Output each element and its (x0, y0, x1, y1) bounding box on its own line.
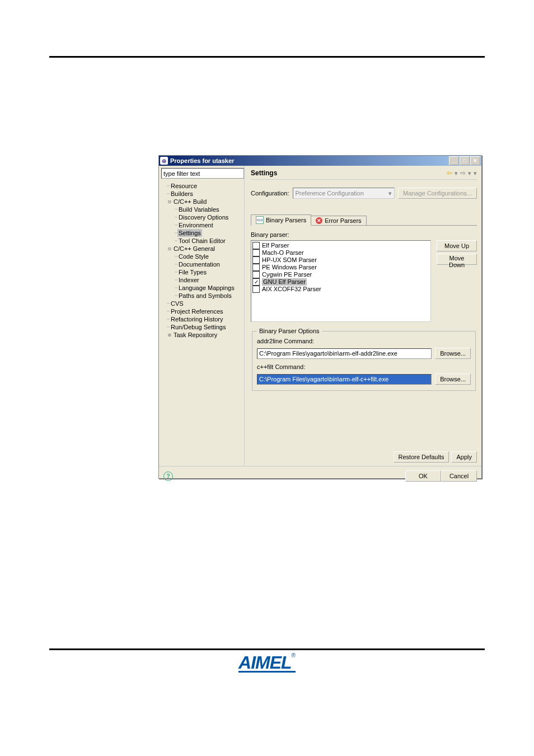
parser-item[interactable]: HP-UX SOM Parser (252, 256, 429, 264)
tree-item-toolchain[interactable]: ┄Tool Chain Editor (161, 237, 244, 245)
nav-tree[interactable]: ┄Resource ┄Builders ⊟C/C++ Build ┄Build … (161, 182, 244, 339)
nav-back-dropdown[interactable]: ▾ (455, 170, 458, 177)
parser-item[interactable]: GNU Elf Parser (252, 278, 429, 286)
tree-item-filetypes[interactable]: ┄File Types (161, 268, 244, 276)
parser-item[interactable]: AIX XCOFF32 Parser (252, 286, 429, 293)
manage-configurations-button: Manage Configurations... (398, 188, 477, 199)
tree-item-settings[interactable]: ┄Settings (161, 229, 244, 237)
tree-item-refactor[interactable]: ┄Refactoring History (161, 315, 244, 323)
tree-item-projref[interactable]: ┄Project References (161, 307, 244, 315)
content-pane: Settings ⇦▾ ⇨▾ ▾ Configuration: Preferen… (246, 166, 481, 466)
close-button[interactable]: ✕ (470, 156, 480, 165)
nav-forward-icon[interactable]: ⇨ (460, 169, 466, 177)
binary-parser-label: Binary parser: (251, 231, 477, 238)
parser-list[interactable]: Elf Parser Mach-O Parser HP-UX SOM Parse… (251, 240, 431, 322)
tree-item-ccgeneral[interactable]: ⊟C/C++ General (161, 245, 244, 253)
parser-options-legend: Binary Parser Options (257, 328, 322, 334)
addr2line-label: addr2line Command: (257, 338, 471, 344)
page-title: Settings (251, 169, 447, 177)
checkbox[interactable] (252, 264, 260, 271)
tree-item-cvs[interactable]: ┄CVS (161, 300, 244, 307)
atmel-logo: AIMEL® (238, 652, 296, 673)
cancel-button[interactable]: Cancel (441, 470, 477, 482)
maximize-button[interactable]: □ (460, 156, 470, 165)
binary-icon: 010 (256, 216, 264, 224)
titlebar[interactable]: ⊜ Properties for utasker _ □ ✕ (159, 156, 481, 166)
parser-options-group: Binary Parser Options addr2line Command:… (252, 328, 476, 391)
tree-item-langmap[interactable]: ┄Language Mappings (161, 284, 244, 292)
configuration-label: Configuration: (251, 190, 289, 197)
checkbox[interactable] (252, 249, 260, 256)
eclipse-icon: ⊜ (160, 157, 168, 165)
properties-dialog: ⊜ Properties for utasker _ □ ✕ ┄Resource… (158, 155, 482, 479)
tree-item-ccbuild[interactable]: ⊟C/C++ Build (161, 198, 244, 206)
parser-item[interactable]: PE Windows Parser (252, 264, 429, 271)
parser-item[interactable]: Elf Parser (252, 242, 429, 249)
tab-error-parsers[interactable]: ✕ Error Parsers (311, 216, 366, 225)
checkbox[interactable] (252, 271, 260, 278)
tree-item-rundebug[interactable]: ┄Run/Debug Settings (161, 323, 244, 331)
move-up-button[interactable]: Move Up (437, 240, 477, 251)
cppfilt-label: c++filt Command: (257, 363, 471, 370)
browse-addr2line-button[interactable]: Browse... (435, 348, 471, 359)
checkbox[interactable] (252, 256, 260, 264)
error-icon: ✕ (316, 217, 322, 224)
parser-item[interactable]: Cygwin PE Parser (252, 271, 429, 278)
browse-cppfilt-button[interactable]: Browse... (435, 374, 471, 385)
checkbox[interactable] (252, 242, 260, 249)
tree-item-taskrepo[interactable]: ⊞Task Repository (161, 331, 244, 339)
addr2line-input[interactable] (257, 348, 432, 359)
tree-item-resource[interactable]: ┄Resource (161, 182, 244, 190)
filter-input[interactable] (161, 168, 244, 179)
tree-item-documentation[interactable]: ┄Documentation (161, 260, 244, 268)
configuration-value: Preference Configuration (296, 190, 364, 197)
cppfilt-input[interactable] (257, 374, 432, 385)
nav-forward-dropdown[interactable]: ▾ (468, 170, 471, 177)
tree-item-discovery[interactable]: ┄Discovery Options (161, 213, 244, 221)
tree-item-codestyle[interactable]: ┄Code Style (161, 253, 244, 260)
tree-item-builders[interactable]: ┄Builders (161, 190, 244, 198)
apply-button[interactable]: Apply (451, 451, 477, 463)
tree-item-paths[interactable]: ┄Paths and Symbols (161, 292, 244, 300)
tab-binary-parsers[interactable]: 010 Binary Parsers (251, 214, 311, 226)
tree-item-indexer[interactable]: ┄Indexer (161, 276, 244, 284)
tree-item-environment[interactable]: ┄Environment (161, 221, 244, 229)
configuration-select: Preference Configuration ▾ (293, 188, 395, 199)
minimize-button[interactable]: _ (449, 156, 459, 165)
parser-item[interactable]: Mach-O Parser (252, 249, 429, 256)
menu-dropdown-icon[interactable]: ▾ (474, 170, 477, 177)
checkbox[interactable] (252, 278, 260, 286)
nav-pane: ┄Resource ┄Builders ⊟C/C++ Build ┄Build … (159, 166, 244, 466)
tab-binary-label: Binary Parsers (266, 217, 306, 223)
nav-back-icon[interactable]: ⇦ (447, 169, 452, 177)
dialog-title: Properties for utasker (170, 157, 448, 164)
chevron-down-icon: ▾ (388, 190, 392, 197)
ok-button[interactable]: OK (405, 470, 441, 482)
move-down-button[interactable]: Move Down (437, 254, 477, 265)
tab-error-label: Error Parsers (325, 217, 361, 224)
checkbox[interactable] (252, 286, 260, 293)
restore-defaults-button[interactable]: Restore Defaults (394, 451, 449, 463)
help-icon[interactable]: ? (163, 472, 173, 481)
tree-item-build-variables[interactable]: ┄Build Variables (161, 206, 244, 213)
